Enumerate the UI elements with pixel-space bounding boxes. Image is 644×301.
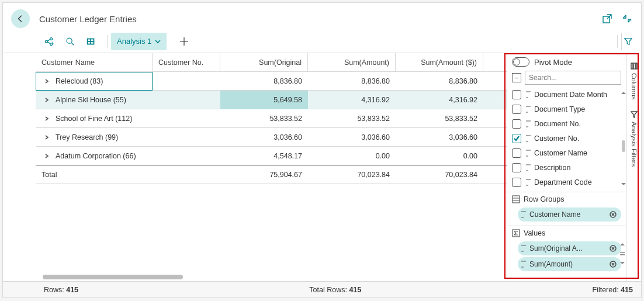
checkbox[interactable] <box>512 90 521 99</box>
chevron-down-icon <box>155 39 161 44</box>
remove-icon[interactable] <box>610 245 617 252</box>
remove-icon[interactable] <box>610 261 617 268</box>
cell <box>153 109 220 128</box>
group-name: Adatum Corporation (66) <box>56 152 136 160</box>
analysis-filters-tab[interactable]: Analysis Filters <box>631 105 638 172</box>
field-option[interactable]: Customer No. <box>512 131 625 146</box>
group-cell[interactable]: Relecloud (83) <box>36 72 153 91</box>
group-name: School of Fine Art (112) <box>56 115 132 123</box>
svg-rect-19 <box>636 63 637 69</box>
svg-rect-14 <box>620 254 625 255</box>
expand-icon[interactable] <box>43 77 51 85</box>
value-chip[interactable]: Sum(Amount) <box>518 257 621 271</box>
values-section: Values <box>507 226 626 240</box>
remove-icon[interactable] <box>610 211 617 218</box>
expand-icon[interactable] <box>43 152 51 160</box>
row-group-chip[interactable]: Customer Name <box>518 207 621 222</box>
field-label: Department Code <box>534 178 592 186</box>
columns-tab[interactable]: Columns <box>631 57 638 105</box>
field-search-input[interactable] <box>525 71 621 85</box>
filtered-label: Filtered: <box>593 286 619 294</box>
pivot-mode-toggle[interactable] <box>512 57 529 67</box>
status-bar: Rows: 415 Total Rows: 415 Filtered: 415 <box>3 281 641 297</box>
share-icon[interactable] <box>44 36 54 47</box>
field-option[interactable]: Document Type <box>512 102 625 116</box>
row-groups-section: Row Groups <box>507 192 626 206</box>
cell <box>153 128 220 147</box>
drag-handle-icon[interactable] <box>620 251 625 256</box>
chip-label: Sum(Original A... <box>529 244 607 252</box>
field-label: Document No. <box>534 120 581 128</box>
value-chip[interactable]: Sum(Original A... <box>518 241 621 255</box>
collapse-fields-button[interactable]: − <box>512 73 521 82</box>
cell: 0.00 <box>308 147 396 165</box>
popout-icon[interactable] <box>601 13 613 25</box>
checkbox[interactable] <box>512 119 521 129</box>
field-option[interactable]: Description <box>512 160 625 175</box>
expand-icon[interactable] <box>43 115 51 123</box>
scroll-up-icon[interactable] <box>621 88 626 97</box>
column-header[interactable]: Customer Name <box>36 53 153 71</box>
search-icon[interactable] <box>65 36 75 47</box>
cell: 5,649.58 <box>220 91 308 109</box>
expand-icon[interactable] <box>43 96 51 104</box>
group-cell[interactable]: Trey Research (99) <box>36 128 153 147</box>
group-cell[interactable]: Alpine Ski House (55) <box>36 91 153 109</box>
svg-rect-8 <box>91 39 94 41</box>
group-cell[interactable]: Adatum Corporation (66) <box>36 147 153 165</box>
table-row[interactable]: Trey Research (99)3,036.603,036.603,036.… <box>36 128 507 147</box>
page-title: Customer Ledger Entries <box>39 14 137 24</box>
tab-label: Analysis 1 <box>117 37 151 46</box>
checkbox[interactable] <box>512 178 521 187</box>
checkbox[interactable] <box>512 163 521 172</box>
total-rows-label: Total Rows: <box>309 286 347 294</box>
table-row[interactable]: Alpine Ski House (55)5,649.584,316.924,3… <box>36 91 507 109</box>
field-label: Customer No. <box>534 134 579 143</box>
analyze-icon[interactable] <box>86 36 96 47</box>
cell <box>153 147 220 165</box>
field-option[interactable]: Department Code <box>512 175 625 189</box>
collapse-icon[interactable] <box>621 13 633 25</box>
checkbox[interactable] <box>512 148 521 158</box>
checkbox[interactable] <box>512 105 521 114</box>
expand-icon[interactable] <box>43 133 51 141</box>
field-option[interactable]: Customer Name <box>512 146 625 160</box>
filter-toggle-button[interactable] <box>621 33 634 50</box>
chip-label: Customer Name <box>529 210 607 219</box>
cell: 53,833.52 <box>220 109 308 128</box>
totals-cell: 75,904.67 <box>220 165 308 184</box>
cell: 8,836.80 <box>308 72 396 91</box>
svg-point-3 <box>50 43 53 45</box>
field-label: Customer Name <box>534 149 587 157</box>
table-row[interactable]: Adatum Corporation (66)4,548.170.000.00 <box>36 147 507 165</box>
cell: 3,036.60 <box>308 128 396 147</box>
table-row[interactable]: Relecloud (83)8,836.808,836.808,836.80 <box>36 72 507 91</box>
totals-row: Total75,904.6770,023.8470,023.84 <box>36 165 507 184</box>
group-cell[interactable]: School of Fine Art (112) <box>36 109 153 128</box>
column-header[interactable]: Sum(Original <box>220 53 308 71</box>
horizontal-scrollbar[interactable] <box>43 273 500 281</box>
group-name: Trey Research (99) <box>56 133 118 141</box>
column-header[interactable]: Sum(Amount) <box>308 53 396 71</box>
scroll-down-icon[interactable] <box>621 179 626 188</box>
column-header[interactable]: Customer No. <box>153 53 220 71</box>
field-option[interactable]: Document No. <box>512 116 625 131</box>
svg-rect-13 <box>620 252 625 253</box>
field-label: Document Date Month <box>534 91 607 99</box>
svg-point-1 <box>46 40 48 43</box>
scroll-down-icon[interactable] <box>620 261 625 265</box>
table-row[interactable]: School of Fine Art (112)53,833.5253,833.… <box>36 109 507 128</box>
cell <box>153 91 220 109</box>
cell: 8,836.80 <box>220 72 308 91</box>
scroll-up-icon[interactable] <box>620 242 625 247</box>
totals-cell: 70,023.84 <box>396 165 483 184</box>
scrollbar-thumb[interactable] <box>622 140 625 152</box>
checkbox[interactable] <box>512 134 521 143</box>
column-header[interactable]: Sum(Amount ($)) <box>396 53 483 71</box>
field-label: Document Type <box>534 105 585 113</box>
add-tab-button[interactable] <box>179 37 189 46</box>
tab-analysis-1[interactable]: Analysis 1 <box>111 33 167 50</box>
back-button[interactable] <box>11 9 30 28</box>
totals-label: Total <box>36 165 153 184</box>
field-option[interactable]: Document Date Month <box>512 87 625 102</box>
